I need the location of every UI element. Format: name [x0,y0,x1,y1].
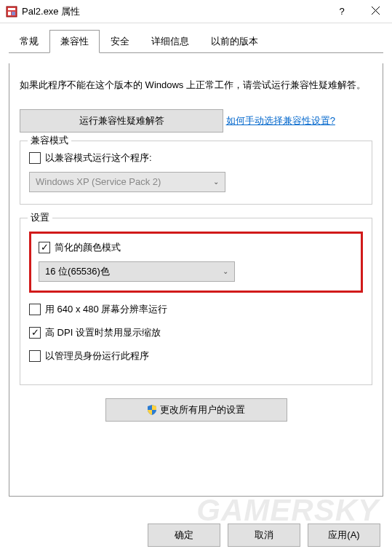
dialog-footer: 确定 取消 应用(A) [148,524,380,547]
cancel-button[interactable]: 取消 [228,524,300,547]
tab-panel-compatibility: 如果此程序不能在这个版本的 Windows 上正常工作，请尝试运行兼容性疑难解答… [9,63,383,497]
highlight-box: 简化的颜色模式 16 位(65536)色 ⌄ [29,232,363,293]
compat-mode-checkbox[interactable] [29,152,41,164]
reduced-color-checkbox[interactable] [39,242,50,253]
troubleshoot-button[interactable]: 运行兼容性疑难解答 [20,109,223,133]
highdpi-disable-checkbox[interactable] [29,327,41,339]
tab-compatibility[interactable]: 兼容性 [49,30,100,53]
run-as-admin-label: 以管理员身份运行此程序 [45,349,149,363]
change-all-users-label: 更改所有用户的设置 [160,403,245,416]
titlebar-controls: ? [325,0,392,23]
color-mode-select-value: 16 位(65536)色 [45,265,110,278]
compat-mode-group: 兼容模式 以兼容模式运行这个程序: Windows XP (Service Pa… [20,141,372,205]
tab-strip: 常规 兼容性 安全 详细信息 以前的版本 [9,29,383,53]
tab-security[interactable]: 安全 [100,30,140,53]
chevron-down-icon: ⌄ [223,267,228,275]
run-640x480-label: 用 640 x 480 屏幕分辨率运行 [45,303,167,316]
run-as-admin-checkbox[interactable] [29,350,41,362]
settings-legend: 设置 [28,211,52,224]
compat-mode-label: 以兼容模式运行这个程序: [45,151,152,165]
settings-group: 设置 简化的颜色模式 16 位(65536)色 ⌄ 用 640 x 480 屏幕… [20,218,372,385]
chevron-down-icon: ⌄ [213,178,219,186]
tab-previous-versions[interactable]: 以前的版本 [200,30,269,53]
shield-icon [147,405,157,415]
svg-rect-2 [8,12,11,15]
close-icon [372,6,380,17]
window-title: Pal2.exe 属性 [22,5,325,18]
apply-button[interactable]: 应用(A) [308,524,380,547]
compat-mode-legend: 兼容模式 [28,134,71,147]
close-button[interactable] [359,0,392,23]
reduced-color-label: 简化的颜色模式 [55,241,121,254]
help-button[interactable]: ? [325,0,359,23]
svg-rect-1 [8,8,15,10]
tab-general[interactable]: 常规 [9,30,49,53]
highdpi-disable-label: 高 DPI 设置时禁用显示缩放 [45,326,161,339]
change-all-users-button[interactable]: 更改所有用户的设置 [105,398,287,422]
color-mode-select[interactable]: 16 位(65536)色 ⌄ [39,261,235,282]
app-icon [6,6,17,17]
titlebar: Pal2.exe 属性 ? [0,0,392,23]
tab-details[interactable]: 详细信息 [140,30,200,53]
compat-mode-select: Windows XP (Service Pack 2) ⌄ [29,172,225,192]
svg-rect-3 [12,12,15,15]
ok-button[interactable]: 确定 [148,524,220,547]
compat-description: 如果此程序不能在这个版本的 Windows 上正常工作，请尝试运行兼容性疑难解答… [20,78,372,92]
manual-settings-link[interactable]: 如何手动选择兼容性设置? [226,114,335,127]
help-icon: ? [339,6,344,17]
compat-mode-select-value: Windows XP (Service Pack 2) [36,176,161,187]
run-640x480-checkbox[interactable] [29,304,41,315]
